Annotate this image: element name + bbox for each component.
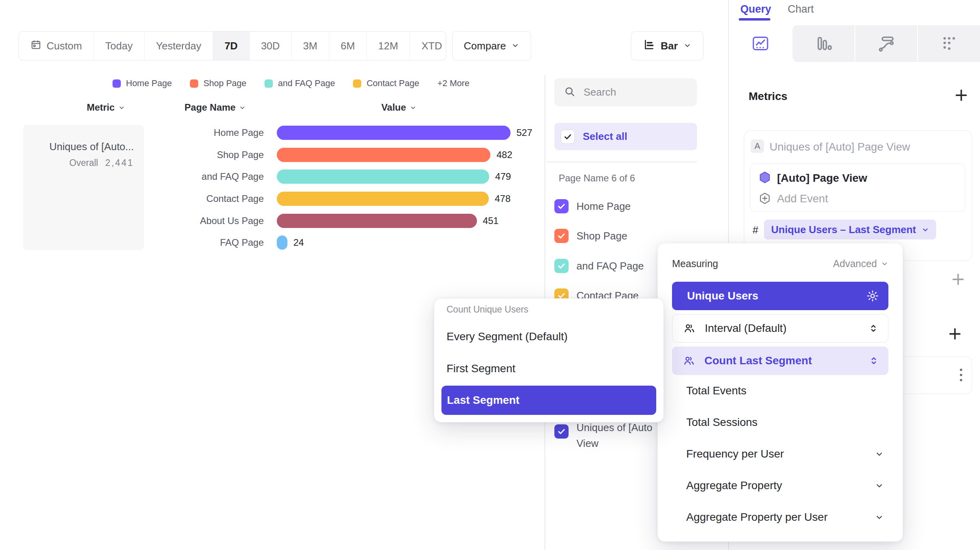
date-range-button-today[interactable]: Today (94, 32, 145, 60)
menu-item-unique-users-selected[interactable]: Unique Users (672, 282, 888, 310)
value-bar[interactable] (277, 170, 489, 184)
column-header-metric[interactable]: Metric (87, 102, 125, 113)
check-icon (557, 262, 566, 270)
add-filter-button[interactable]: + (951, 272, 965, 286)
chart-legend: Home Page Shop Page and FAQ Page Contact… (113, 77, 469, 89)
row-page-name: Shop Page (118, 149, 264, 160)
legend-more[interactable]: +2 More (437, 78, 469, 89)
add-metric-button[interactable]: + (954, 88, 969, 102)
event-name: [Auto] Page View (777, 172, 867, 185)
menu-item-aggregate-property[interactable]: Aggregate Property (672, 470, 888, 501)
measure-dropdown[interactable]: Unique Users – Last Segment (764, 220, 936, 239)
menu-item-frequency-per-user[interactable]: Frequency per User (672, 438, 888, 470)
date-range-button-xtd[interactable]: XTD (410, 32, 446, 60)
chevron-down-icon (875, 481, 884, 490)
chart-type-dropdown[interactable]: Bar (631, 31, 704, 60)
measure-hash-symbol: # (753, 224, 758, 236)
kebab-menu-icon[interactable] (960, 369, 962, 381)
value-bar[interactable] (277, 192, 489, 206)
calendar-icon (30, 39, 41, 53)
check-icon (557, 427, 566, 436)
value-bar[interactable] (277, 126, 511, 140)
tab-funnels[interactable] (792, 25, 854, 62)
menu-item-total-sessions[interactable]: Total Sessions (672, 407, 888, 438)
menu-item-first-segment[interactable]: First Segment (447, 362, 515, 375)
chevron-down-icon (409, 104, 416, 111)
column-header-value[interactable]: Value (381, 102, 417, 113)
value-bar[interactable] (277, 235, 287, 250)
date-range-button-3m[interactable]: 3M (292, 32, 329, 60)
segment-search-box[interactable] (554, 78, 697, 106)
compare-label: Compare (464, 40, 506, 52)
bar-columns-icon (814, 34, 833, 53)
tab-flows[interactable] (854, 25, 917, 62)
date-range-label: Custom (47, 40, 82, 52)
row-value: 482 (496, 149, 512, 160)
gear-icon[interactable] (866, 290, 879, 302)
report-type-tabs (729, 25, 980, 62)
value-bar[interactable] (277, 148, 490, 162)
tab-chart[interactable]: Chart (788, 3, 814, 15)
date-range-button-6m[interactable]: 6M (329, 32, 367, 60)
chevron-down-icon (239, 104, 246, 111)
table-row: About Us Page 451 (0, 214, 541, 228)
menu-item-total-events[interactable]: Total Events (672, 375, 888, 407)
chart-type-label: Bar (661, 40, 678, 52)
select-all-row[interactable]: Select all (554, 123, 697, 150)
check-icon (557, 202, 566, 211)
legend-item[interactable]: Shop Page (190, 78, 246, 89)
checkbox-checked[interactable] (554, 199, 569, 213)
date-range-button-custom[interactable]: Custom (19, 32, 94, 60)
date-range-button-12m[interactable]: 12M (367, 32, 410, 60)
menu-item-count-last-segment[interactable]: Count Last Segment (672, 347, 888, 375)
checkbox-checked[interactable] (554, 259, 569, 273)
segment-item-metric[interactable]: Uniques of [AutoView (554, 420, 652, 451)
event-card[interactable]: [Auto] Page View Add Event (750, 164, 965, 212)
advanced-dropdown[interactable]: Advanced (833, 258, 888, 269)
add-event-button[interactable]: Add Event (777, 192, 828, 205)
column-header-page-name[interactable]: Page Name (184, 102, 246, 113)
legend-item[interactable]: Contact Page (353, 78, 419, 89)
table-row: FAQ Page 24 (0, 235, 541, 250)
measuring-title: Measuring (672, 258, 718, 269)
chevron-down-icon (875, 450, 884, 458)
list-divider (546, 162, 697, 162)
row-page-name: Contact Page (118, 193, 264, 204)
legend-item[interactable]: and FAQ Page (265, 78, 335, 89)
metric-tile[interactable]: Uniques of [Auto... Overall 2,441 (23, 125, 144, 250)
table-row: Home Page 527 (0, 126, 541, 140)
chevron-down-icon (118, 104, 125, 111)
add-breakdown-button[interactable]: + (948, 326, 962, 341)
date-range-button-30d[interactable]: 30D (250, 32, 292, 60)
menu-item-last-segment-selected[interactable]: Last Segment (441, 386, 656, 415)
legend-swatch (353, 79, 361, 88)
metric-card[interactable]: A Uniques of [Auto] Page View [Auto] Pag… (744, 130, 972, 261)
segment-item-home-page[interactable]: Home Page (554, 199, 631, 213)
check-icon (563, 132, 572, 141)
segment-item-shop-page[interactable]: Shop Page (554, 229, 627, 243)
checkbox-checked[interactable] (554, 229, 569, 243)
hexagon-event-icon (758, 171, 772, 186)
segment-item-and-faq-page[interactable]: and FAQ Page (554, 259, 644, 273)
value-bar[interactable] (277, 214, 477, 228)
segment-group-label: Page Name 6 of 6 (559, 173, 635, 184)
legend-item[interactable]: Home Page (113, 78, 172, 89)
date-range-bar: Custom Today Yesterday 7D 30D 3M 6M 12M … (19, 31, 446, 60)
row-page-name: and FAQ Page (118, 171, 264, 182)
tab-retention[interactable] (917, 25, 980, 62)
compare-button[interactable]: Compare (452, 31, 531, 60)
stepper-icon (869, 356, 879, 366)
menu-item-aggregate-property-per-user[interactable]: Aggregate Property per User (672, 501, 888, 533)
retention-dots-icon (940, 34, 958, 53)
menu-item-every-segment[interactable]: Every Segment (Default) (447, 330, 568, 343)
date-range-button-7d[interactable]: 7D (213, 32, 250, 60)
tab-insights[interactable] (729, 25, 792, 62)
date-range-button-yesterday[interactable]: Yesterday (145, 32, 213, 60)
checkbox-checked[interactable] (554, 424, 569, 439)
row-value: 479 (495, 171, 511, 182)
row-value: 451 (483, 215, 499, 226)
tab-query[interactable]: Query (740, 3, 771, 15)
menu-item-interval-default[interactable]: Interval (Default) (672, 314, 888, 343)
search-input[interactable] (583, 86, 683, 99)
select-all-checkbox[interactable] (561, 130, 575, 144)
